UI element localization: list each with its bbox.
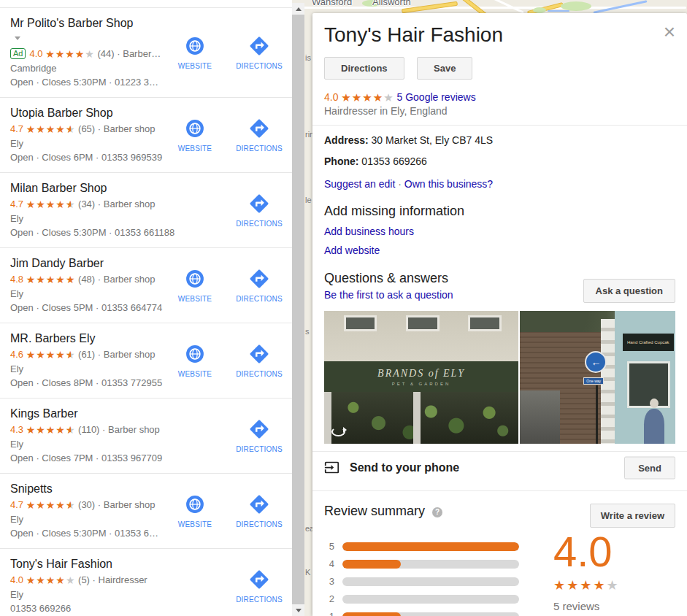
business-photo-storefront[interactable]: BRANDS of ELY PET & GARDEN xyxy=(324,311,518,444)
rating-value: 4.6 xyxy=(10,349,26,360)
scroll-down-button[interactable] xyxy=(292,604,304,616)
map-strip[interactable]: WansfordAilsworth xyxy=(292,0,687,13)
shop-sign: BRANDS of ELY PET & GARDEN xyxy=(324,361,518,392)
website-action[interactable]: WEBSITE xyxy=(168,493,222,528)
write-a-review-button[interactable]: Write a review xyxy=(590,504,675,528)
histogram-star-label: 1 xyxy=(324,611,334,616)
send-to-phone-label: Send to your phone xyxy=(350,461,459,474)
pedestrian-head xyxy=(650,399,659,408)
photo-strip: BRANDS of ELY PET & GARDEN Hand Crafted … xyxy=(324,311,675,444)
scroll-up-button[interactable] xyxy=(292,3,304,15)
result-title[interactable]: Tony's Hair Fashion xyxy=(10,557,143,571)
histogram-star-label: 3 xyxy=(324,576,334,587)
review-count-category: (48) · Barber shop xyxy=(75,274,155,285)
directions-action[interactable]: DIRECTIONS xyxy=(232,193,286,228)
rating-value: 4.3 xyxy=(10,424,26,435)
star-rating: ★★★★★★ xyxy=(26,349,76,361)
map-label-fragment: le xyxy=(305,196,312,204)
one-way-sign-label: One way xyxy=(583,377,604,385)
website-action[interactable]: WEBSITE xyxy=(168,118,222,153)
business-photo-street[interactable]: Hand Crafted Cupcak ← One way xyxy=(520,311,675,444)
results-panel: Mr Polito's Barber ShopAd4.0 ★★★★★ (44) … xyxy=(0,7,292,616)
histogram-row: 5 xyxy=(324,541,675,552)
directions-action[interactable]: DIRECTIONS xyxy=(232,35,286,70)
list-item[interactable]: Jim Dandy Barber4.8 ★★★★★ (48) · Barber … xyxy=(0,247,292,323)
close-icon[interactable]: × xyxy=(661,19,678,45)
photo-window xyxy=(627,361,670,408)
list-item[interactable]: Utopia Barber Shop4.7 ★★★★★★ (65) · Barb… xyxy=(0,97,292,172)
add-missing-heading: Add missing information xyxy=(324,204,675,219)
website-action[interactable]: WEBSITE xyxy=(168,268,222,303)
scrollbar-thumb[interactable] xyxy=(292,15,304,604)
ask-first-question-link[interactable]: Be the first to ask a question xyxy=(324,289,453,301)
save-button[interactable]: Save xyxy=(417,57,472,80)
map-label-fragment: rin xyxy=(305,130,312,139)
result-title[interactable]: Snipetts xyxy=(10,482,143,496)
star-rating: ★★★★★★ xyxy=(26,123,76,135)
result-title[interactable]: Mr Polito's Barber Shop xyxy=(10,16,143,45)
result-title[interactable]: Kings Barber xyxy=(10,407,143,421)
histogram-row: 2 xyxy=(324,593,675,604)
results-scrollbar[interactable] xyxy=(292,3,304,616)
globe-icon xyxy=(168,35,222,57)
histogram-row: 1 xyxy=(324,611,675,616)
add-website-link[interactable]: Add website xyxy=(324,245,380,256)
result-title[interactable]: MR. Barbers Ely xyxy=(10,331,143,346)
scroll-up-icon xyxy=(296,7,302,11)
star-rating: ★★★★★ xyxy=(26,274,76,285)
directions-button[interactable]: Directions xyxy=(324,57,404,80)
list-item[interactable]: Kings Barber4.3 ★★★★★★ (110) · Barber sh… xyxy=(0,398,292,473)
one-way-sign-icon: ← xyxy=(585,351,607,373)
address-value: 30 Market St, Ely CB7 4LS xyxy=(372,134,494,146)
rating-value: 4.0 xyxy=(324,91,338,103)
ask-a-question-button[interactable]: Ask a question xyxy=(583,279,675,303)
ad-badge: Ad xyxy=(10,48,26,59)
result-title[interactable]: Jim Dandy Barber xyxy=(10,256,143,271)
list-item[interactable]: MR. Barbers Ely4.6 ★★★★★★ (61) · Barber … xyxy=(0,323,292,398)
histogram-fill xyxy=(342,542,519,551)
website-action[interactable]: WEBSITE xyxy=(168,35,222,70)
dropdown-icon[interactable] xyxy=(15,36,20,40)
result-title[interactable]: Milan Barber Shop xyxy=(10,181,143,196)
map-label-fragment: s xyxy=(305,327,310,336)
map-place-label: Ailsworth xyxy=(372,0,411,7)
website-action[interactable]: WEBSITE xyxy=(168,343,222,378)
phone-value: 01353 669266 xyxy=(361,155,427,167)
directions-action[interactable]: DIRECTIONS xyxy=(232,569,286,604)
shop-sign-subtext: PET & GARDEN xyxy=(392,382,451,386)
directions-action[interactable]: DIRECTIONS xyxy=(232,493,286,528)
directions-action[interactable]: DIRECTIONS xyxy=(232,418,286,453)
own-business-link[interactable]: Own this business? xyxy=(404,178,493,190)
list-item[interactable]: Mr Polito's Barber ShopAd4.0 ★★★★★ (44) … xyxy=(0,8,292,97)
map-sliver[interactable]: isrinleseaK xyxy=(304,13,312,616)
result-title[interactable]: Utopia Barber Shop xyxy=(10,106,143,120)
website-label: WEBSITE xyxy=(168,295,222,303)
help-icon[interactable]: ? xyxy=(432,507,442,517)
directions-action[interactable]: DIRECTIONS xyxy=(232,118,286,153)
suggest-edit-link[interactable]: Suggest an edit xyxy=(324,178,395,190)
phone-label: Phone: xyxy=(324,155,358,167)
directions-action[interactable]: DIRECTIONS xyxy=(232,343,286,378)
website-label: WEBSITE xyxy=(168,145,222,153)
list-item[interactable]: Tony's Hair Fashion4.0 ★★★★★ (5) · Haird… xyxy=(0,548,292,616)
map-green-area xyxy=(533,7,546,13)
review-count-category: (34) · Barber shop xyxy=(75,199,155,209)
send-button[interactable]: Send xyxy=(624,456,675,479)
link-separator: · xyxy=(398,178,402,190)
map-river xyxy=(548,10,569,12)
rating-value: 4.0 xyxy=(29,48,45,59)
map-place-label: Wansford xyxy=(312,0,352,7)
directions-action[interactable]: DIRECTIONS xyxy=(232,268,286,303)
list-item[interactable]: Milan Barber Shop4.7 ★★★★★★ (34) · Barbe… xyxy=(0,172,292,247)
list-item[interactable]: Snipetts4.7 ★★★★★★ (30) · Barber shopEly… xyxy=(0,473,292,548)
reviews-link[interactable]: 5 Google reviews xyxy=(397,91,476,103)
map-label-fragment: K xyxy=(305,568,310,577)
website-label: WEBSITE xyxy=(168,520,222,528)
pedestrian xyxy=(644,409,664,444)
send-to-phone-icon xyxy=(324,460,339,475)
street-view-icon[interactable] xyxy=(331,427,345,436)
directions-label: DIRECTIONS xyxy=(232,220,286,228)
directions-icon xyxy=(232,35,286,57)
review-summary-heading: Review summary xyxy=(324,504,425,518)
add-business-hours-link[interactable]: Add business hours xyxy=(324,226,414,237)
